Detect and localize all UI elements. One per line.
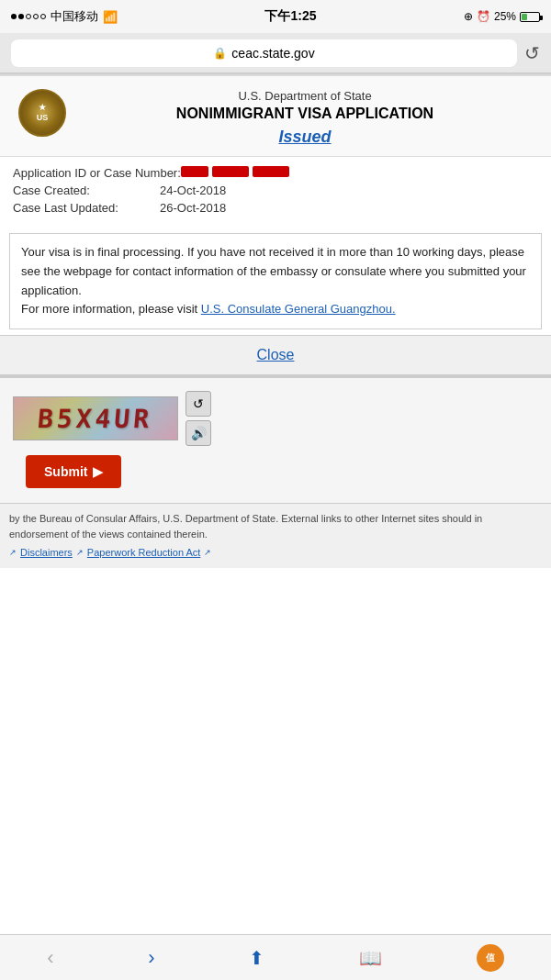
submit-label: Submit [44, 464, 87, 479]
battery-percent: 25% [494, 10, 516, 23]
app-id-label: Application ID or Case Number: [13, 166, 181, 180]
app-id-row: Application ID or Case Number: [13, 166, 538, 180]
dot5 [40, 14, 46, 19]
app-details: Application ID or Case Number: Case Crea… [0, 157, 551, 228]
ext-icon-3: ↗ [204, 547, 211, 560]
captcha-text: B5X4UR [37, 404, 154, 434]
dot3 [26, 14, 31, 19]
bottom-nav: ‹ › ⬆ 📖 值 [0, 934, 551, 980]
submit-button[interactable]: Submit ▶ [26, 455, 121, 488]
case-created-row: Case Created: 24-Oct-2018 [13, 184, 538, 197]
back-icon: ‹ [47, 946, 53, 970]
wifi-icon: 📶 [103, 10, 118, 24]
address-bar: 🔒 ceac.state.gov ↺ [0, 33, 551, 73]
submit-arrow: ▶ [93, 464, 103, 479]
case-updated-label: Case Last Updated: [13, 201, 160, 215]
close-link[interactable]: Close [257, 347, 295, 362]
message-box: Your visa is in final processing. If you… [9, 233, 542, 329]
forward-icon: › [148, 946, 154, 970]
redact1 [181, 166, 208, 177]
browser-content: ★US U.S. Department of State NONIMMIGRAN… [0, 73, 551, 934]
back-button[interactable]: ‹ [47, 946, 53, 970]
redact3 [253, 166, 289, 177]
captcha-icons: ↺ 🔊 [186, 391, 211, 446]
case-created-label: Case Created: [13, 184, 160, 197]
dot1 [11, 14, 17, 19]
doc-header: ★US U.S. Department of State NONIMMIGRAN… [0, 76, 551, 157]
page-footer: by the Bureau of Consular Affairs, U.S. … [0, 503, 551, 568]
page-content: ★US U.S. Department of State NONIMMIGRAN… [0, 76, 551, 568]
carrier-label: 中国移动 [51, 8, 98, 25]
disclaimers-link[interactable]: Disclaimers [20, 545, 73, 561]
seal-circle: ★US [18, 89, 66, 137]
state-seal: ★US [18, 89, 66, 137]
dot2 [18, 14, 24, 19]
reload-button[interactable]: ↺ [524, 42, 540, 64]
lock-icon: 🔒 [213, 47, 227, 60]
visa-title: NONIMMIGRANT VISA APPLICATION [77, 106, 533, 122]
footer-links: ↗ Disclaimers ↗ Paperwork Reduction Act … [9, 545, 542, 561]
url-bar[interactable]: 🔒 ceac.state.gov [11, 39, 517, 67]
redacted-id [181, 166, 289, 177]
seal-inner: ★US [37, 103, 49, 123]
status-bar: 中国移动 📶 下午1:25 ⊕ ⏰ 25% [0, 0, 551, 33]
gps-icon: ⊕ [464, 10, 473, 23]
app-id-value [181, 166, 289, 180]
captcha-area: B5X4UR ↺ 🔊 Submit ▶ [0, 375, 551, 503]
whatsnext-button[interactable]: 值 [477, 944, 504, 972]
paperwork-link[interactable]: Paperwork Reduction Act [87, 545, 201, 561]
dept-name: U.S. Department of State [77, 89, 533, 103]
battery-fill [522, 14, 527, 20]
case-updated-value: 26-Oct-2018 [160, 201, 226, 215]
status-time: 下午1:25 [264, 8, 316, 25]
battery-bar [520, 12, 540, 22]
issued-status: Issued [77, 128, 533, 147]
close-section: Close [0, 335, 551, 375]
case-created-value: 24-Oct-2018 [160, 184, 226, 197]
share-button[interactable]: ⬆ [249, 947, 264, 969]
captcha-image: B5X4UR [13, 396, 178, 440]
ext-icon-1: ↗ [9, 547, 17, 560]
captcha-row: B5X4UR ↺ 🔊 [13, 391, 538, 446]
bookmarks-button[interactable]: 📖 [359, 947, 382, 969]
alarm-icon: ⏰ [477, 10, 490, 23]
footer-text: by the Bureau of Consular Affairs, U.S. … [9, 511, 542, 541]
case-updated-row: Case Last Updated: 26-Oct-2018 [13, 201, 538, 215]
doc-title-area: U.S. Department of State NONIMMIGRANT VI… [77, 89, 533, 147]
consulate-link[interactable]: U.S. Consulate General Guangzhou. [201, 302, 396, 316]
bookmarks-icon: 📖 [359, 947, 382, 969]
forward-button[interactable]: › [148, 946, 154, 970]
url-text: ceac.state.gov [231, 46, 314, 61]
ext-icon-2: ↗ [76, 547, 84, 560]
share-icon: ⬆ [249, 947, 264, 969]
status-right: ⊕ ⏰ 25% [464, 10, 540, 23]
captcha-audio-button[interactable]: 🔊 [186, 420, 211, 446]
signal-dots [11, 14, 46, 19]
status-left: 中国移动 📶 [11, 8, 118, 25]
nav-badge: 值 [477, 944, 504, 972]
dot4 [33, 14, 39, 19]
redact2 [212, 166, 249, 177]
nav-badge-text: 值 [486, 952, 495, 964]
captcha-refresh-button[interactable]: ↺ [186, 391, 211, 417]
